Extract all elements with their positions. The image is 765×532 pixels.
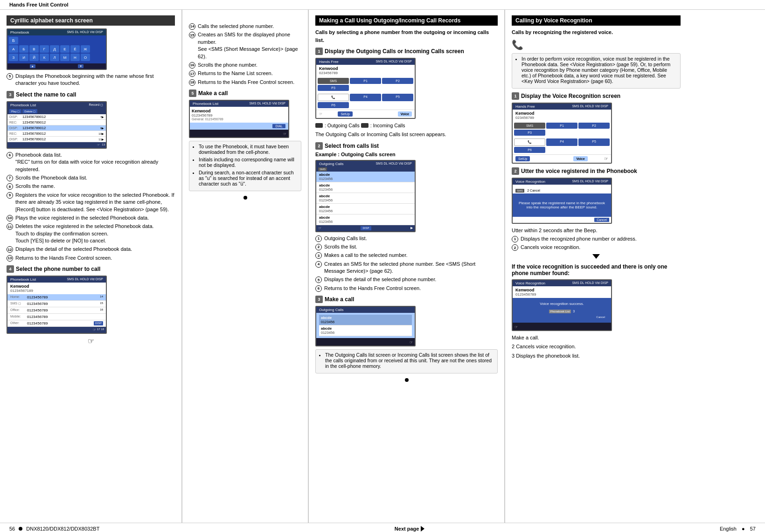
hf-voice-btn[interactable]: Voice <box>398 111 412 117</box>
down-arrow <box>512 254 681 259</box>
vr-hf-bottom-row: SetUp Voice ☞ <box>513 154 611 163</box>
outgoing-entry-1[interactable]: abcde 0123456 <box>316 172 415 182</box>
hf-top-bar: Hands Free SMS DL HOLD Vld DISP <box>316 59 415 65</box>
outgoing-entry-2[interactable]: abcde 0123456 <box>316 182 415 193</box>
hf-sms-btn[interactable]: SMS <box>318 78 349 84</box>
example-label: Example : Outgoing Calls screen <box>315 152 498 157</box>
vr-p1-btn[interactable]: P1 <box>546 123 577 129</box>
touch-cursor-1: ☞ <box>7 337 175 345</box>
pbs-entry-mobile[interactable]: Office: 0123456789 16 <box>7 307 106 314</box>
item-10: 10 Plays the voice registered in the sel… <box>7 214 175 221</box>
vr-p3-btn[interactable]: P3 <box>514 130 545 136</box>
pblist-entry-3[interactable]: DISP: 123456789012 9▶ <box>7 125 106 131</box>
col4-phone-icon: 📞 <box>512 39 681 50</box>
outgoing-calls-screen: Outgoing Calls SMS DL HOLD Vld DISP SMS … <box>315 160 416 232</box>
hf-p1-btn[interactable]: P1 <box>350 78 381 84</box>
pblist-entry-5[interactable]: DISP: 123456789012 11▶ <box>7 137 106 142</box>
step4-num: 4 <box>7 265 14 273</box>
hf-phone-icon[interactable]: 📞 <box>318 94 349 101</box>
vr-p2-btn[interactable]: P2 <box>578 123 610 129</box>
vr-hf-contact: Kenwood 023456789 <box>513 110 611 121</box>
vr-sms-bar: SMS 2 Cancel <box>513 187 611 193</box>
col4-note-list: In order to perform voice recognition, v… <box>516 56 676 84</box>
vr-setup-btn[interactable]: SetUp <box>515 156 530 161</box>
pblist-delete-btn[interactable]: Delete ◻ <box>22 109 37 113</box>
incoming-icon-legend: : Incoming Calls <box>361 123 405 128</box>
col3-item-3: 3 Makes a call to the selected number. <box>315 252 498 259</box>
vr-hf-top: Hands Free SMS DL HOLD Vld DISP <box>513 104 611 110</box>
col3-item-5: 5 Displays the detail of the selected ph… <box>315 276 498 283</box>
col4-step2-title: 2 Utter the voice registered in the Phon… <box>512 167 681 175</box>
outgoing-entry-5[interactable]: abcde 0123456 <box>316 214 415 225</box>
item-17: 17 Returns to the Name List screen. <box>189 70 301 77</box>
call-contact-number: 0123456789 <box>192 113 286 117</box>
vr-phone-icon[interactable]: 📞 <box>514 138 545 146</box>
pbs-entry-other2[interactable]: Other: 0123456789 DISP <box>7 320 106 327</box>
column-2: 14 Calls the selected phone number. 15 C… <box>182 10 308 523</box>
call-dial-button[interactable]: DIAL <box>272 124 285 128</box>
outgoing-sms-btn[interactable]: SMS <box>318 167 327 171</box>
col3-item-4: 4 Creates an SMS for the selected phone … <box>315 261 498 275</box>
mcs2-entry-2[interactable]: abcde 0123456 <box>319 325 412 336</box>
vr-p4-btn[interactable]: P4 <box>546 138 577 146</box>
vrs-cancel-btn[interactable]: Cancel <box>594 315 607 319</box>
item-13: 13 Returns to the Hands Free Control scr… <box>7 255 175 262</box>
vr-cancel-button[interactable]: Cancel <box>594 218 609 222</box>
footer-dot <box>19 527 22 531</box>
pbs-entry-home[interactable]: Home: 0123456789 14 <box>7 294 106 301</box>
outgoing-entry-4[interactable]: abcde 0123456 <box>316 204 415 214</box>
vr-p6-btn[interactable]: P6 <box>514 147 545 153</box>
vrs-touch: ☞ <box>513 323 611 330</box>
hf-p2-btn[interactable]: P2 <box>382 78 413 84</box>
hf-p5-btn[interactable]: P5 <box>382 94 413 101</box>
step3-num: 3 <box>7 91 14 98</box>
hf-p3-btn[interactable]: P3 <box>318 85 349 91</box>
item-18: 18 Returns to the Hands Free Control scr… <box>189 79 301 86</box>
make-call-body: Kenwood 0123456789 General: 0123456789 <box>190 107 288 123</box>
page-footer: 56 DNX8120/DDX812/DDX8032BT Next page En… <box>0 523 765 532</box>
mcs2-entry-1[interactable]: abcde 0123456 <box>319 315 412 325</box>
hf-bottom-row: ☞ SetUp Voice <box>316 110 415 118</box>
outgoing-icon-legend: : Outgoing Calls <box>315 123 360 128</box>
hf-setup-btn[interactable]: SetUp <box>338 111 352 117</box>
hands-free-screen-1: Hands Free SMS DL HOLD Vld DISP Kenwood … <box>315 58 416 119</box>
item-9: 9 Registers the voice for voice recognit… <box>7 192 175 213</box>
col2-note-box: To use the Phonebook, it must have been … <box>189 141 301 191</box>
vr-voice-btn[interactable]: Voice <box>573 156 587 161</box>
pblist-play-btn[interactable]: Play ◻ <box>9 109 21 113</box>
col4-display-label: 3 Displays the phonebook list. <box>512 352 681 360</box>
phonebook-cyrillic-screen: Phonebook SMS DL HOLD Vld DISP Б А Б В Г… <box>7 28 107 70</box>
hf-contact-info: Kenwood 023456789 <box>316 65 415 76</box>
vr-hf-sms-btn[interactable]: SMS <box>514 123 545 129</box>
hf-p4-btn[interactable]: P4 <box>350 94 381 101</box>
hf-p6-btn[interactable]: P6 <box>318 102 349 108</box>
outgoing-action-bar: SMS <box>316 167 415 172</box>
col2-items-14-18: 14 Calls the selected phone number. 15 C… <box>189 23 301 86</box>
cyrillic-selected-letter[interactable]: Б <box>9 37 18 44</box>
col3-step1-title: 1 Display the Outgoing Calls or Incoming… <box>315 48 498 55</box>
step5-text: Displays the Phonebook beginning with th… <box>15 73 175 87</box>
pblist-entry-1[interactable]: DISP: 123456789012 7▶ <box>7 114 106 120</box>
col4-cancel-label: 2 Cancels voice recognition. <box>512 343 681 351</box>
col3-item-6: 6 Returns to the Hands Free Control scre… <box>315 285 498 292</box>
pblist-entry-2[interactable]: REC: 123456789012 <box>7 120 106 125</box>
pblist-top-bar: Phonebook List Record ◻ <box>7 102 106 108</box>
col3-screen-desc: The Outgoing Calls or Incoming Calls lis… <box>315 131 498 138</box>
col4-step1-title: 1 Display the Voice Recognition screen <box>512 92 681 100</box>
item-7: 7 Scrolls the Phonebook data list. <box>7 174 175 181</box>
item-6: 6 Phonebook data list."REC" turns on for… <box>7 152 175 173</box>
pbs-entry-other[interactable]: Mobile: 0123456789 <box>7 314 106 320</box>
make-call-screen: Phonebook List SMS DL HOLD Vld DISP Kenw… <box>189 100 289 138</box>
footer-model-text: DNX8120/DDX812/DDX8032BT <box>26 526 99 532</box>
vr-p5-btn[interactable]: P5 <box>578 138 610 146</box>
pbs-entry-office[interactable]: SMS ◻ 0123456789 15 <box>7 301 106 307</box>
step5-make-call-num: 5 <box>189 90 196 97</box>
outgoing-entry-3[interactable]: abcde 0123456 <box>316 193 415 204</box>
footer-lang: English <box>720 526 737 532</box>
phonebook-list-btn[interactable]: Phonebook List <box>549 310 571 313</box>
header-title: Hands Free Unit Control <box>9 2 69 7</box>
utter-note: Utter within 2 seconds after the Beep. <box>512 227 681 235</box>
pblist-entry-4[interactable]: REC: 123456789012 10▶ <box>7 131 106 137</box>
outgoing-bottom-nav: ☞ DISP ▶ <box>316 225 415 231</box>
outgoing-disp-btn[interactable]: DISP <box>361 226 371 230</box>
